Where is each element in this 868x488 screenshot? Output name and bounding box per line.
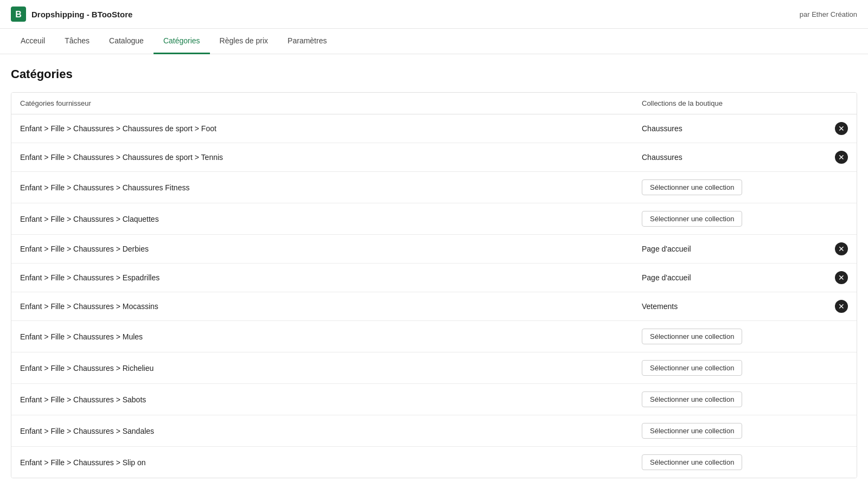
nav-parametres[interactable]: Paramètres — [278, 29, 336, 54]
supplier-category: Enfant > Fille > Chaussures > Richelieu — [20, 364, 642, 373]
top-bar: B Dropshipping - BTooStore par Ether Cré… — [0, 0, 868, 29]
svg-text:B: B — [15, 10, 22, 19]
table-row: Enfant > Fille > Chaussures > Chaussures… — [11, 172, 857, 203]
row-collection-cell: Page d'accueil✕ — [642, 271, 848, 284]
row-collection-cell: Sélectionner une collection — [642, 360, 848, 376]
main-content: Catégories Catégories fournisseur Collec… — [0, 54, 868, 488]
nav-categories[interactable]: Catégories — [154, 29, 210, 54]
table-header: Catégories fournisseur Collections de la… — [11, 93, 857, 114]
table-row: Enfant > Fille > Chaussures > Espadrille… — [11, 264, 857, 292]
select-collection-button[interactable]: Sélectionner une collection — [642, 329, 742, 344]
supplier-category: Enfant > Fille > Chaussures > Chaussures… — [20, 153, 642, 162]
table-row: Enfant > Fille > Chaussures > Chaussures… — [11, 143, 857, 172]
collection-name: Chaussures — [642, 124, 828, 133]
select-collection-button[interactable]: Sélectionner une collection — [642, 360, 742, 376]
supplier-category: Enfant > Fille > Chaussures > Mules — [20, 332, 642, 341]
nav-acceuil[interactable]: Acceuil — [11, 29, 55, 54]
table-row: Enfant > Fille > Chaussures > DerbiesPag… — [11, 235, 857, 264]
table-row: Enfant > Fille > Chaussures > Slip onSél… — [11, 447, 857, 478]
main-nav: Acceuil Tâches Catalogue Catégories Règl… — [0, 29, 868, 54]
table-row: Enfant > Fille > Chaussures > Chaussures… — [11, 114, 857, 143]
collection-name: Vetements — [642, 302, 828, 311]
row-collection-cell: Sélectionner une collection — [642, 454, 848, 470]
remove-collection-button[interactable]: ✕ — [835, 300, 848, 313]
table-body: Enfant > Fille > Chaussures > Chaussures… — [11, 114, 857, 478]
row-collection-cell: Sélectionner une collection — [642, 329, 848, 344]
page-title: Catégories — [11, 67, 857, 81]
app-credit: par Ether Création — [800, 10, 857, 18]
collection-name: Page d'accueil — [642, 245, 828, 253]
table-row: Enfant > Fille > Chaussures > MulesSélec… — [11, 321, 857, 352]
row-collection-cell: Vetements✕ — [642, 300, 848, 313]
select-collection-button[interactable]: Sélectionner une collection — [642, 391, 742, 407]
table-row: Enfant > Fille > Chaussures > SabotsSéle… — [11, 384, 857, 415]
supplier-category: Enfant > Fille > Chaussures > Sandales — [20, 427, 642, 435]
supplier-category: Enfant > Fille > Chaussures > Espadrille… — [20, 273, 642, 282]
app-title: Dropshipping - BTooStore — [31, 10, 132, 19]
header-supplier: Catégories fournisseur — [20, 99, 642, 107]
table-row: Enfant > Fille > Chaussures > RichelieuS… — [11, 352, 857, 384]
remove-collection-button[interactable]: ✕ — [835, 271, 848, 284]
nav-taches[interactable]: Tâches — [55, 29, 99, 54]
supplier-category: Enfant > Fille > Chaussures > Claquettes — [20, 215, 642, 223]
supplier-category: Enfant > Fille > Chaussures > Sabots — [20, 395, 642, 404]
supplier-category: Enfant > Fille > Chaussures > Chaussures… — [20, 183, 642, 192]
app-brand: B Dropshipping - BTooStore — [11, 7, 132, 22]
nav-regles-prix[interactable]: Règles de prix — [210, 29, 278, 54]
table-row: Enfant > Fille > Chaussures > Claquettes… — [11, 203, 857, 235]
row-collection-cell: Chaussures✕ — [642, 151, 848, 164]
app-logo-icon: B — [11, 7, 26, 22]
table-row: Enfant > Fille > Chaussures > SandalesSé… — [11, 415, 857, 447]
categories-table: Catégories fournisseur Collections de la… — [11, 92, 857, 478]
collection-name: Page d'accueil — [642, 273, 828, 282]
row-collection-cell: Sélectionner une collection — [642, 391, 848, 407]
supplier-category: Enfant > Fille > Chaussures > Derbies — [20, 245, 642, 253]
nav-catalogue[interactable]: Catalogue — [99, 29, 154, 54]
supplier-category: Enfant > Fille > Chaussures > Mocassins — [20, 302, 642, 311]
remove-collection-button[interactable]: ✕ — [835, 122, 848, 135]
select-collection-button[interactable]: Sélectionner une collection — [642, 423, 742, 439]
row-collection-cell: Sélectionner une collection — [642, 211, 848, 227]
remove-collection-button[interactable]: ✕ — [835, 242, 848, 255]
supplier-category: Enfant > Fille > Chaussures > Slip on — [20, 458, 642, 467]
select-collection-button[interactable]: Sélectionner une collection — [642, 211, 742, 227]
row-collection-cell: Page d'accueil✕ — [642, 242, 848, 255]
table-row: Enfant > Fille > Chaussures > MocassinsV… — [11, 292, 857, 321]
supplier-category: Enfant > Fille > Chaussures > Chaussures… — [20, 124, 642, 133]
header-collection: Collections de la boutique — [642, 99, 848, 107]
row-collection-cell: Sélectionner une collection — [642, 179, 848, 195]
collection-name: Chaussures — [642, 153, 828, 162]
row-collection-cell: Sélectionner une collection — [642, 423, 848, 439]
remove-collection-button[interactable]: ✕ — [835, 151, 848, 164]
select-collection-button[interactable]: Sélectionner une collection — [642, 179, 742, 195]
select-collection-button[interactable]: Sélectionner une collection — [642, 454, 742, 470]
row-collection-cell: Chaussures✕ — [642, 122, 848, 135]
